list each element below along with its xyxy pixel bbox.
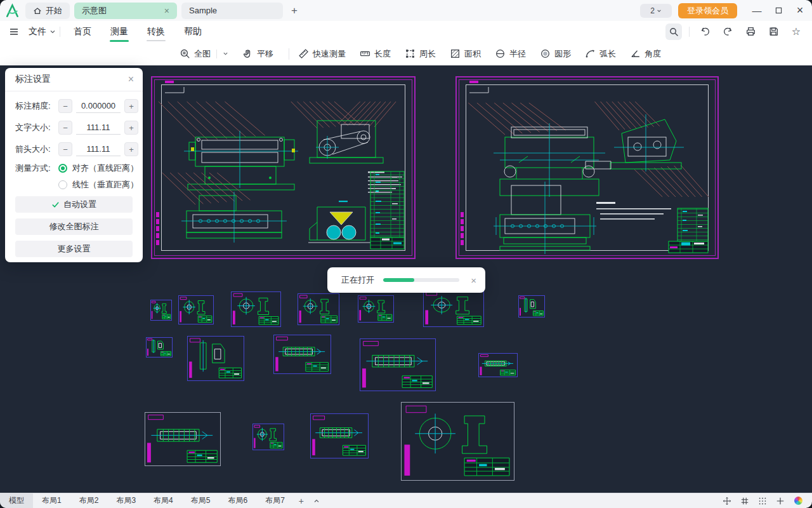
decrement-button[interactable]: − [58,142,72,156]
maximize-icon [775,7,782,14]
tool-area[interactable]: 面积 [450,48,481,60]
drawing-thumbnail[interactable] [360,338,436,391]
tool-perimeter[interactable]: 周长 [405,48,436,60]
drawing-thumbnail[interactable] [150,300,172,321]
tool-circle[interactable]: 圆形 [540,48,571,60]
tab-layout-7[interactable]: 布局7 [256,493,294,508]
increment-button[interactable]: + [124,142,138,156]
precision-input[interactable] [76,100,121,113]
drawing-thumbnail[interactable] [252,424,284,450]
minimize-button[interactable]: — [747,3,766,19]
radius-icon [495,48,506,59]
menu-file-label: 文件 [28,23,47,40]
tab-model[interactable]: 模型 [0,493,33,508]
precision-row: 标注精度: − + [15,99,143,113]
drawing-thumbnail[interactable] [298,293,339,325]
drawing-thumbnail[interactable] [401,402,514,481]
close-icon[interactable]: × [471,275,476,286]
chevron-down-icon[interactable] [223,51,228,57]
tab-layout-5[interactable]: 布局5 [182,493,219,508]
maximize-button[interactable] [769,3,788,19]
text-size-input[interactable] [76,121,121,135]
decrement-button[interactable]: − [58,121,72,135]
drawing-thumbnail[interactable] [178,295,214,324]
tab-layout-2[interactable]: 布局2 [70,493,108,508]
progress-label: 正在打开 [341,274,374,286]
arrow-size-row: 箭头大小: − + [15,142,143,156]
menu-file[interactable]: 文件 [19,23,56,40]
tool-radius[interactable]: 半径 [495,48,526,60]
hamburger-menu-button[interactable] [9,27,19,37]
tab-layout-3[interactable]: 布局3 [107,493,145,508]
tab-home[interactable]: 开始 [25,3,70,19]
modify-all-annotations-button[interactable]: 修改全图标注 [15,218,133,235]
move-arrows-icon [723,497,731,505]
drawing-thumbnail[interactable] [358,295,394,323]
arrow-size-input[interactable] [76,143,121,156]
tool-pan[interactable]: 平移 [242,48,273,60]
title-bar: 开始 示意图 × Sample + 2 登录领会员 — × [0,0,812,21]
tab-label: 布局1 [42,495,62,506]
login-member-button[interactable]: 登录领会员 [678,3,737,18]
radio-aligned[interactable] [58,164,67,173]
add-layout-button[interactable]: + [294,493,309,508]
field-label: 箭头大小: [15,144,58,155]
tab-layout-6[interactable]: 布局6 [219,493,256,508]
tab-document[interactable]: Sample [181,3,283,19]
increment-button[interactable]: + [124,121,138,135]
dot-grid-icon [758,497,767,505]
drawing-thumbnail[interactable] [146,337,173,358]
drawing-thumbnail[interactable] [231,291,281,327]
tool-label: 快速测量 [313,48,346,60]
increment-button[interactable]: + [124,99,138,113]
drawing-thumbnail[interactable] [273,335,331,374]
tab-layout-4[interactable]: 布局4 [145,493,182,508]
tool-label: 面积 [464,48,481,60]
drawing-thumbnail[interactable] [518,295,545,318]
tab-label: Sample [189,6,217,15]
close-window-button[interactable]: × [790,3,809,19]
drawing-thumbnail[interactable] [423,290,484,327]
tool-arc-length[interactable]: 弧长 [585,48,616,60]
drawing-thumbnail[interactable] [187,336,244,381]
auto-settings-button[interactable]: 自动设置 [15,196,133,213]
drawing-thumbnail[interactable] [145,412,221,466]
new-tab-button[interactable]: + [291,4,298,17]
collapse-tabs-button[interactable] [309,493,324,508]
pan-mode-button[interactable] [718,493,736,508]
tool-fit-view[interactable]: 全图 [180,48,228,60]
background-color-button[interactable] [789,493,807,508]
decrement-button[interactable]: − [58,99,72,113]
tab-label: 布局3 [116,495,136,506]
radio-aligned-label: 对齐（直线距离） [72,163,138,174]
crosshair-button[interactable] [771,493,789,508]
tool-quick-measure[interactable]: 快速测量 [298,48,346,60]
radio-linear[interactable] [58,180,67,189]
more-settings-button[interactable]: 更多设置 [15,241,133,257]
drawing-thumbnail[interactable] [310,413,369,458]
search-button[interactable] [665,23,682,40]
close-tab-icon[interactable]: × [164,6,169,15]
grid-toggle-button[interactable] [736,493,754,508]
arc-length-icon [585,48,596,59]
snap-grid-button[interactable] [754,493,771,508]
save-button[interactable] [765,23,782,40]
tool-length[interactable]: 长度 [360,48,391,60]
menu-measure[interactable]: 测量 [110,23,129,40]
tab-layout-1[interactable]: 布局1 [33,493,70,508]
menu-convert[interactable]: 转换 [147,23,166,40]
tool-angle[interactable]: 角度 [630,48,661,60]
print-button[interactable] [742,23,759,40]
account-count-dropdown[interactable]: 2 [640,4,672,18]
grid-icon [740,497,749,505]
close-icon[interactable]: × [128,74,134,85]
favorite-button[interactable]: ☆ [788,23,804,40]
tool-label: 全图 [194,48,211,60]
drawing-sheet-left [151,76,416,259]
menu-home[interactable]: 首页 [73,23,92,40]
undo-button[interactable] [697,23,713,40]
tab-document-active[interactable]: 示意图 × [74,3,177,19]
drawing-thumbnail[interactable] [478,353,518,377]
menu-help[interactable]: 帮助 [183,23,202,40]
redo-button[interactable] [719,23,736,40]
